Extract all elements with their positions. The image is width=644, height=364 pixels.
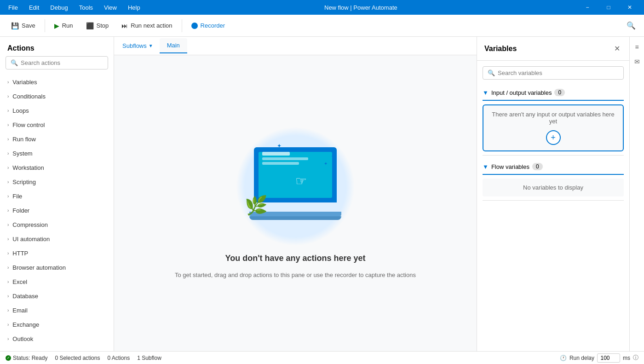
action-group-excel[interactable]: › Excel (0, 275, 114, 289)
menu-file[interactable]: File (4, 2, 23, 13)
separator-2 (182, 19, 182, 32)
info-icon[interactable]: ⓘ (633, 354, 638, 362)
add-variable-button[interactable]: + (546, 130, 561, 145)
main-layout: Actions 🔍 › Variables › Conditionals › L… (0, 37, 644, 351)
sparkles-icon: ✦ (331, 152, 337, 161)
flow-section-label: Flow variables (491, 163, 529, 170)
action-group-loops[interactable]: › Loops (0, 104, 114, 118)
tabs-bar: Subflows ▼ Main (114, 37, 477, 55)
action-group-folder[interactable]: › Folder (0, 203, 114, 218)
chevron-icon: › (7, 251, 9, 256)
chevron-icon: › (7, 265, 9, 270)
maximize-button[interactable]: □ (598, 0, 619, 15)
action-group-scripting[interactable]: › Scripting (0, 175, 114, 189)
action-group-label: Folder (12, 207, 29, 214)
search-input[interactable] (21, 59, 103, 66)
chevron-icon: › (7, 336, 9, 341)
action-group-label: Scripting (12, 179, 36, 185)
run-next-label: Run next action (131, 22, 172, 29)
action-group-label: System (12, 150, 32, 157)
action-group-label: Variables (12, 79, 37, 86)
chevron-icon: › (7, 94, 9, 99)
chevron-icon: › (7, 322, 9, 327)
run-button[interactable]: ▶ Run (49, 19, 79, 32)
minimize-button[interactable]: − (577, 0, 598, 15)
menu-view[interactable]: View (99, 2, 121, 13)
search-icon[interactable]: 🔍 (624, 18, 638, 33)
check-icon: ✓ (7, 356, 10, 360)
run-next-button[interactable]: ⏭ Run next action (116, 19, 178, 32)
search-icon: 🔍 (488, 69, 495, 76)
chevron-icon: › (7, 208, 9, 213)
action-group-variables[interactable]: › Variables (0, 75, 114, 89)
chevron-icon: › (7, 308, 9, 313)
flow-empty-text: No variables to display (488, 184, 618, 191)
window-controls: − □ ✕ (577, 0, 640, 15)
action-group-compression[interactable]: › Compression (0, 218, 114, 232)
action-group-run-flow[interactable]: › Run flow (0, 132, 114, 146)
action-group-http[interactable]: › HTTP (0, 246, 114, 260)
action-group-label: Workstation (12, 164, 44, 171)
run-label: Run (62, 22, 73, 29)
save-label: Save (22, 22, 35, 29)
action-group-label: UI automation (12, 236, 50, 243)
io-divider (483, 100, 624, 101)
window-title: New flow | Power Automate (145, 4, 577, 11)
save-button[interactable]: 💾 Save (6, 19, 41, 32)
recorder-label: Recorder (201, 22, 225, 29)
flow-variables-section: ▼ Flow variables 0 No variables to displ… (483, 159, 624, 201)
stop-icon: ⬛ (86, 22, 94, 29)
stop-button[interactable]: ⬛ Stop (80, 19, 115, 32)
actions-search-container: 🔍 (6, 56, 108, 69)
action-group-system[interactable]: › System (0, 146, 114, 161)
variables-panel-title: Variables (484, 45, 517, 53)
action-group-database[interactable]: › Database (0, 289, 114, 303)
action-group-browser-automation[interactable]: › Browser automation (0, 260, 114, 275)
close-icon[interactable]: ✕ (612, 42, 622, 55)
actions-panel-title: Actions (0, 37, 114, 56)
io-section-header[interactable]: ▼ Input / output variables 0 (483, 85, 624, 100)
menu-help[interactable]: Help (123, 2, 145, 13)
flow-section-header[interactable]: ▼ Flow variables 0 (483, 159, 624, 174)
canvas-content: ☞ 🌿 ✦ ✦ ✦ You don't have any actions her… (114, 55, 477, 351)
empty-illustration: ☞ 🌿 ✦ ✦ ✦ (236, 127, 355, 246)
io-section-content: There aren't any input or output variabl… (483, 104, 624, 151)
action-group-ui-automation[interactable]: › UI automation (0, 232, 114, 246)
action-group-conditionals[interactable]: › Conditionals (0, 89, 114, 104)
menu-edit[interactable]: Edit (24, 2, 44, 13)
recorder-button[interactable]: Recorder (186, 19, 230, 32)
action-group-outlook[interactable]: › Outlook (0, 332, 114, 346)
menu-debug[interactable]: Debug (46, 2, 72, 13)
layers-icon[interactable]: ≡ (631, 40, 644, 53)
email-icon[interactable]: ✉ (631, 55, 644, 68)
variables-search-input[interactable] (498, 69, 619, 76)
action-group-message-boxes[interactable]: › Message boxes (0, 346, 114, 351)
selected-actions-count: 0 Selected actions (55, 355, 100, 361)
action-group-email[interactable]: › Email (0, 303, 114, 318)
action-group-flow-control[interactable]: › Flow control (0, 118, 114, 132)
sparkles-icon2: ✦ (324, 161, 328, 166)
action-group-workstation[interactable]: › Workstation (0, 161, 114, 175)
action-group-file[interactable]: › File (0, 189, 114, 203)
subflows-button[interactable]: Subflows ▼ (118, 40, 158, 52)
chevron-icon: › (7, 151, 9, 156)
chevron-icon: › (7, 237, 9, 242)
run-delay-input[interactable] (597, 353, 620, 363)
menu-tools[interactable]: Tools (75, 2, 98, 13)
subflows-chevron-icon: ▼ (149, 43, 153, 48)
action-group-exchange[interactable]: › Exchange (0, 318, 114, 332)
chevron-icon: › (7, 165, 9, 170)
status-dot-icon: ✓ (6, 355, 11, 361)
actions-list: › Variables › Conditionals › Loops › Flo… (0, 75, 114, 351)
close-button[interactable]: ✕ (619, 0, 640, 15)
flow-canvas: Subflows ▼ Main ☞ (114, 37, 477, 351)
recorder-dot-icon (191, 23, 198, 29)
screen-bar (262, 152, 290, 156)
io-variables-section: ▼ Input / output variables 0 There aren'… (483, 85, 624, 156)
status-label: Status: Ready (13, 355, 47, 361)
laptop-illustration: ☞ 🌿 ✦ ✦ ✦ (249, 147, 341, 225)
chevron-icon: › (7, 222, 9, 227)
tab-main[interactable]: Main (160, 38, 187, 53)
subflow-count: 1 Subflow (137, 355, 161, 361)
action-group-label: Database (12, 293, 38, 300)
